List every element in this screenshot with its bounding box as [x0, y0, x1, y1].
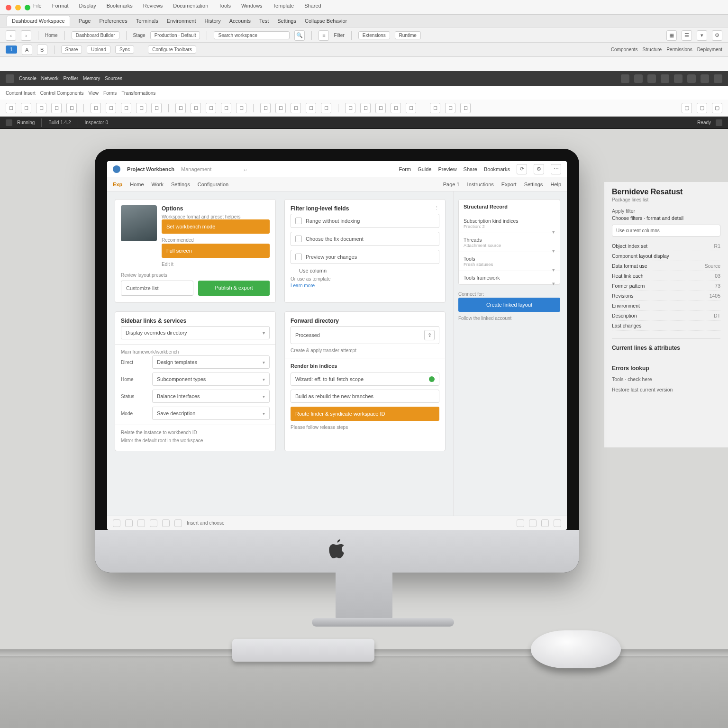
- ribbon-button[interactable]: ◻: [66, 103, 77, 113]
- tab-environment[interactable]: Environment: [167, 18, 196, 24]
- help-link[interactable]: Help: [550, 182, 561, 187]
- forward-icon[interactable]: ›: [21, 30, 31, 41]
- ribbon-button[interactable]: ◻: [51, 103, 62, 113]
- preview-input[interactable]: Preview your changes: [291, 250, 439, 264]
- ribbon-button[interactable]: ◻: [321, 103, 331, 113]
- topbar-tab-guide[interactable]: Guide: [418, 166, 431, 172]
- menu-shared[interactable]: Shared: [304, 3, 321, 12]
- status-icon[interactable]: [162, 519, 170, 527]
- menu-format[interactable]: Format: [52, 3, 69, 12]
- ribbon-button[interactable]: ◻: [36, 103, 46, 113]
- search-icon[interactable]: 🔍: [294, 30, 305, 41]
- row-select[interactable]: Design templates: [152, 355, 270, 369]
- ribbon-button[interactable]: ◻: [191, 103, 201, 113]
- tab-collapse[interactable]: Collapse Behavior: [305, 18, 347, 24]
- menu-bookmarks[interactable]: Bookmarks: [107, 3, 133, 12]
- ribbon-button[interactable]: ◻: [221, 103, 231, 113]
- set-mode-button[interactable]: Set workbench mode: [162, 219, 270, 234]
- ribbon-button[interactable]: ◻: [291, 103, 301, 113]
- zoom-icon[interactable]: [25, 5, 30, 10]
- menu-template[interactable]: Template: [273, 3, 294, 12]
- customize-button[interactable]: Customize list: [121, 281, 193, 296]
- more-icon[interactable]: ⋯: [551, 164, 561, 174]
- close-icon[interactable]: [6, 5, 11, 10]
- window-controls[interactable]: [6, 5, 30, 10]
- crumb-components[interactable]: Components: [611, 47, 638, 52]
- ribbon-right-button[interactable]: ▢: [697, 103, 707, 113]
- ribbon-button[interactable]: ◻: [345, 103, 355, 113]
- tab-active[interactable]: Dashboard Workspace: [7, 16, 70, 26]
- row-select[interactable]: Balance interfaces: [152, 390, 270, 403]
- ribbon-button[interactable]: ◻: [460, 103, 471, 113]
- nav-home[interactable]: Home: [45, 33, 58, 38]
- ribbon-button[interactable]: ◻: [445, 103, 455, 113]
- crumb-settings[interactable]: Settings: [171, 182, 190, 187]
- crumb-work[interactable]: Work: [152, 182, 164, 187]
- menu-file[interactable]: File: [33, 3, 42, 12]
- ribbon-button[interactable]: ◻: [375, 103, 386, 113]
- devtab-sources[interactable]: Sources: [105, 76, 122, 81]
- status-icon[interactable]: [125, 519, 133, 527]
- card-menu-icon[interactable]: ⋮: [434, 205, 439, 211]
- status-icon[interactable]: [137, 519, 145, 527]
- ribbon-button[interactable]: ◻: [151, 103, 162, 113]
- processed-input[interactable]: Processed⇪: [291, 326, 439, 344]
- grid-icon[interactable]: ▦: [666, 30, 677, 41]
- inspector-tools-link[interactable]: Tools · check here: [612, 376, 720, 382]
- user-icon[interactable]: [701, 74, 709, 83]
- status-right-icon[interactable]: [529, 519, 537, 527]
- refresh-icon[interactable]: ⟳: [517, 164, 527, 174]
- tab-test[interactable]: Test: [259, 18, 269, 24]
- side-item[interactable]: Subscription kind indicesFraction: 2: [459, 214, 560, 233]
- bell-icon[interactable]: [716, 119, 722, 126]
- grid-icon[interactable]: [647, 74, 656, 83]
- expand-icon[interactable]: [661, 74, 669, 83]
- crumb-home[interactable]: Home: [130, 182, 144, 187]
- side-item[interactable]: ToolsFresh statuses: [459, 252, 560, 271]
- upload-chip[interactable]: Upload: [87, 46, 110, 54]
- filter-icon[interactable]: ≡: [318, 30, 329, 41]
- mode-one-button[interactable]: 1: [6, 46, 17, 54]
- side-item[interactable]: ThreadsAttachment source: [459, 233, 560, 252]
- status-right-icon[interactable]: [554, 519, 561, 527]
- document-tabs[interactable]: Dashboard Workspace Page Preferences Ter…: [0, 14, 728, 27]
- layout-icon[interactable]: [621, 74, 629, 83]
- ribbon-button[interactable]: ◻: [6, 103, 16, 113]
- create-layout-button[interactable]: Create linked layout: [458, 298, 560, 312]
- back-icon[interactable]: ‹: [6, 30, 16, 41]
- ribbon-tab-view[interactable]: View: [89, 91, 99, 96]
- directory-select[interactable]: Display overrides directory: [121, 326, 270, 339]
- ribbon-button[interactable]: ◻: [275, 103, 286, 113]
- tab-history[interactable]: History: [205, 18, 221, 24]
- tab-preferences[interactable]: Preferences: [99, 18, 127, 24]
- row-select[interactable]: Subcomponent types: [152, 373, 270, 386]
- document-input[interactable]: Choose the fix document: [291, 232, 439, 246]
- ribbon-right-button[interactable]: ▢: [712, 103, 722, 113]
- more-icon[interactable]: [674, 74, 682, 83]
- chevron-down-icon[interactable]: ▾: [697, 30, 707, 41]
- wizard-row[interactable]: Wizard: eff. to full fetch scope: [291, 373, 439, 386]
- topbar-tab-share[interactable]: Share: [464, 166, 477, 172]
- ribbon-button[interactable]: ◻: [206, 103, 216, 113]
- side-item[interactable]: Tools framework: [459, 271, 560, 284]
- status-icon[interactable]: [150, 519, 157, 527]
- publish-button[interactable]: Publish & export: [198, 281, 270, 296]
- subbar-instructions[interactable]: Instructions: [467, 182, 494, 187]
- close-panel-icon[interactable]: [714, 74, 722, 83]
- tab-terminals[interactable]: Terminals: [136, 18, 158, 24]
- ribbon-button[interactable]: ◻: [430, 103, 440, 113]
- ribbon-button[interactable]: ◻: [175, 103, 186, 113]
- env-picker[interactable]: Production · Default: [150, 31, 200, 39]
- subbar-settings[interactable]: Settings: [524, 182, 543, 187]
- ribbon-button[interactable]: ◻: [360, 103, 371, 113]
- ribbon-tab-content[interactable]: Content Insert: [6, 91, 36, 96]
- subbar-export[interactable]: Export: [501, 182, 517, 187]
- menu-docs[interactable]: Documentation: [173, 3, 208, 12]
- status-icon[interactable]: [174, 519, 182, 527]
- devtab-profiler[interactable]: Profiler: [63, 76, 78, 81]
- letter-b-button[interactable]: B: [37, 45, 47, 55]
- ribbon-button[interactable]: ◻: [406, 103, 416, 113]
- ribbon-button[interactable]: ◻: [91, 103, 101, 113]
- learn-more-link[interactable]: Learn more: [291, 283, 315, 288]
- ribbon-button[interactable]: ◻: [391, 103, 401, 113]
